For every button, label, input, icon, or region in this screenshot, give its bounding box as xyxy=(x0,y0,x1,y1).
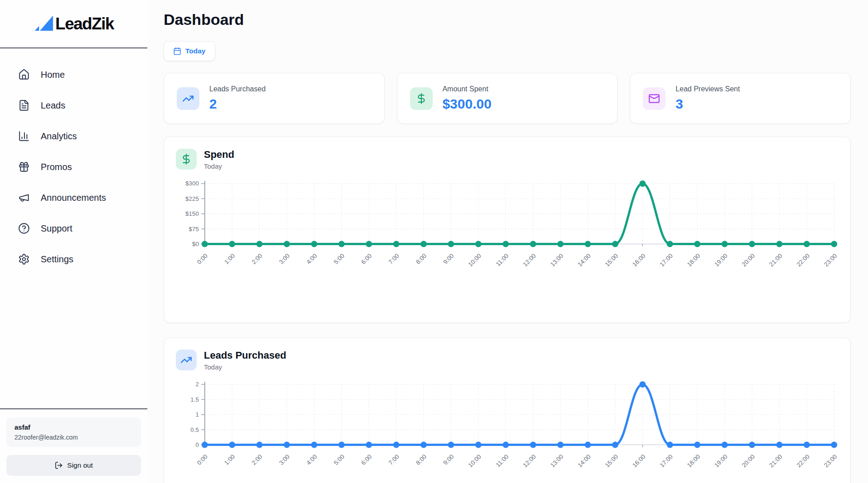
stat-card-leads-purchased: Leads Purchased 2 xyxy=(164,73,385,124)
dollar-icon xyxy=(180,153,192,165)
svg-text:12:00: 12:00 xyxy=(522,453,537,469)
svg-text:0:00: 0:00 xyxy=(196,453,209,466)
svg-text:10:00: 10:00 xyxy=(467,453,482,469)
svg-text:10:00: 10:00 xyxy=(467,252,482,268)
stat-label: Leads Purchased xyxy=(209,85,266,93)
svg-text:18:00: 18:00 xyxy=(686,453,701,469)
svg-text:1: 1 xyxy=(195,411,198,418)
dollar-icon xyxy=(415,93,427,104)
chart-title: Spend xyxy=(204,149,234,161)
date-filter-label: Today xyxy=(185,47,206,55)
svg-text:3:00: 3:00 xyxy=(278,453,291,466)
svg-text:7:00: 7:00 xyxy=(387,453,401,466)
svg-text:14:00: 14:00 xyxy=(576,252,592,268)
logout-icon xyxy=(55,461,63,469)
svg-text:9:00: 9:00 xyxy=(442,453,455,466)
sidebar-item-label: Announcements xyxy=(41,193,106,203)
svg-text:21:00: 21:00 xyxy=(768,252,783,268)
user-card: asfaf 22roofer@leadzik.com xyxy=(6,417,141,447)
svg-text:0:00: 0:00 xyxy=(196,252,209,265)
svg-text:17:00: 17:00 xyxy=(659,252,674,268)
sidebar-item-promos[interactable]: Promos xyxy=(18,157,129,177)
svg-text:19:00: 19:00 xyxy=(713,252,729,268)
page-title: Dashboard xyxy=(164,11,851,28)
chart-title: Leads Purchased xyxy=(204,350,286,361)
trending-up-icon xyxy=(182,93,194,104)
svg-text:$0: $0 xyxy=(192,241,199,247)
svg-text:4:00: 4:00 xyxy=(305,453,318,466)
svg-text:2: 2 xyxy=(195,381,198,388)
bar-chart-icon xyxy=(18,130,30,142)
svg-text:$300: $300 xyxy=(185,180,199,187)
logo-area: LeadZik xyxy=(0,0,147,48)
leads-purchased-line-chart: 00.511.520:001:002:003:004:005:006:007:0… xyxy=(176,376,840,483)
spend-line-chart: $0$75$150$225$3000:001:002:003:004:005:0… xyxy=(176,175,840,309)
svg-text:14:00: 14:00 xyxy=(576,453,592,469)
svg-text:6:00: 6:00 xyxy=(360,453,373,466)
spend-chart-card: Spend Today $0$75$150$225$3000:001:002:0… xyxy=(164,137,851,323)
stat-label: Amount Spent xyxy=(443,85,491,93)
sidebar-item-label: Analytics xyxy=(41,131,77,142)
svg-text:15:00: 15:00 xyxy=(604,252,619,268)
sign-out-button[interactable]: Sign out xyxy=(6,455,141,476)
svg-text:$150: $150 xyxy=(185,210,199,217)
sidebar-item-support[interactable]: Support xyxy=(18,218,129,238)
user-name: asfaf xyxy=(14,423,133,431)
chart-subtitle: Today xyxy=(204,363,286,371)
trending-up-icon xyxy=(180,354,192,366)
sidebar-item-label: Settings xyxy=(41,254,73,265)
home-icon xyxy=(18,69,30,80)
sidebar-item-home[interactable]: Home xyxy=(18,65,129,85)
svg-text:5:00: 5:00 xyxy=(332,252,345,265)
main-content: Dashboard Today Leads Purchased 2 Amount… xyxy=(147,0,868,483)
svg-text:13:00: 13:00 xyxy=(549,252,564,268)
svg-text:19:00: 19:00 xyxy=(713,453,729,469)
svg-text:7:00: 7:00 xyxy=(387,252,401,265)
stat-card-lead-previews-sent: Lead Previews Sent 3 xyxy=(630,73,851,124)
svg-text:13:00: 13:00 xyxy=(549,453,564,469)
svg-text:15:00: 15:00 xyxy=(604,453,619,469)
stat-icon-box xyxy=(410,87,433,110)
svg-text:8:00: 8:00 xyxy=(415,252,428,265)
sidebar-item-announcements[interactable]: Announcements xyxy=(18,188,129,208)
svg-text:9:00: 9:00 xyxy=(442,252,455,265)
date-filter-button[interactable]: Today xyxy=(164,41,215,61)
svg-text:2:00: 2:00 xyxy=(250,453,264,466)
svg-text:20:00: 20:00 xyxy=(741,252,756,268)
user-email: 22roofer@leadzik.com xyxy=(14,434,133,441)
svg-text:0: 0 xyxy=(195,441,198,448)
svg-text:4:00: 4:00 xyxy=(305,252,318,265)
sidebar-item-leads[interactable]: Leads xyxy=(18,95,129,115)
svg-text:18:00: 18:00 xyxy=(686,252,701,268)
logo[interactable]: LeadZik xyxy=(33,14,113,34)
svg-text:11:00: 11:00 xyxy=(495,252,510,268)
svg-text:2:00: 2:00 xyxy=(250,252,264,265)
svg-text:21:00: 21:00 xyxy=(768,453,783,469)
sidebar-item-label: Promos xyxy=(41,162,72,172)
sidebar: LeadZik Home Leads Analytics Promos Anno… xyxy=(0,0,147,483)
svg-text:17:00: 17:00 xyxy=(659,453,674,469)
sidebar-item-analytics[interactable]: Analytics xyxy=(18,126,129,146)
sidebar-item-settings[interactable]: Settings xyxy=(18,249,129,269)
chart-icon-box xyxy=(176,350,197,370)
sidebar-footer: asfaf 22roofer@leadzik.com Sign out xyxy=(0,408,147,483)
gift-icon xyxy=(18,161,30,173)
chart-subtitle: Today xyxy=(204,162,234,170)
file-text-icon xyxy=(18,99,30,111)
help-circle-icon xyxy=(18,223,30,234)
svg-text:1.5: 1.5 xyxy=(190,396,199,403)
sidebar-nav: Home Leads Analytics Promos Announcement… xyxy=(0,48,147,408)
svg-text:1:00: 1:00 xyxy=(223,252,236,265)
stat-card-amount-spent: Amount Spent $300.00 xyxy=(397,73,618,124)
svg-text:23:00: 23:00 xyxy=(823,453,838,469)
sign-out-label: Sign out xyxy=(67,461,93,469)
stat-value: 2 xyxy=(209,96,266,112)
calendar-icon xyxy=(173,47,181,55)
svg-text:16:00: 16:00 xyxy=(631,252,646,268)
chart-icon-box xyxy=(176,149,197,170)
stat-icon-box xyxy=(643,87,665,110)
svg-text:0.5: 0.5 xyxy=(190,426,199,433)
svg-text:6:00: 6:00 xyxy=(360,252,373,265)
svg-text:$225: $225 xyxy=(185,195,199,202)
logo-text: LeadZik xyxy=(55,14,113,33)
